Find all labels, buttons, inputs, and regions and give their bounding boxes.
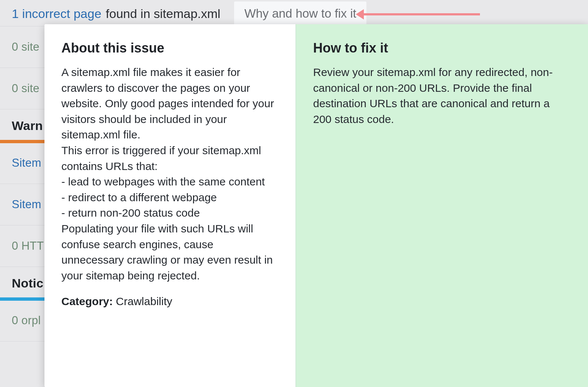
row-text: 0 site [12,40,39,54]
row-text: 0 HTT [12,239,44,253]
header-text: Warn [12,119,43,133]
header-text: Notic [12,276,43,290]
about-body: A sitemap.xml file makes it easier for c… [61,65,279,283]
about-panel: About this issue A sitemap.xml file make… [44,24,296,387]
fix-body: Review your sitemap.xml for any redirect… [313,65,571,127]
row-text: 0 orpl [12,314,41,327]
issue-details-popover: About this issue A sitemap.xml file make… [44,24,588,387]
about-category: Category: Crawlability [61,295,279,308]
category-value: Crawlability [113,295,172,307]
issue-count-link[interactable]: 1 incorrect page [12,7,101,21]
issue-summary-text: found in sitemap.xml [106,7,220,21]
fix-panel: How to fix it Review your sitemap.xml fo… [296,24,588,387]
fix-title: How to fix it [313,40,571,56]
issue-summary-row: 1 incorrect page found in sitemap.xml [12,7,220,21]
category-label: Category: [61,295,113,307]
row-text: 0 site [12,82,39,95]
annotation-arrow [363,13,480,15]
row-text: Sitem [12,198,41,211]
row-text: Sitem [12,156,41,170]
about-title: About this issue [61,40,279,56]
